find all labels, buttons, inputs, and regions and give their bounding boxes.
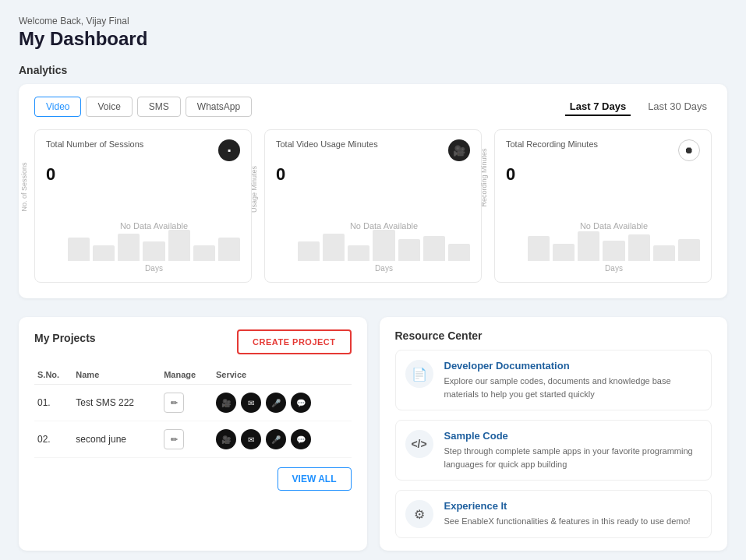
bar bbox=[528, 236, 550, 261]
edit-button-row1[interactable]: ✏ bbox=[164, 393, 184, 413]
chart-usage-nodata: No Data Available bbox=[350, 221, 418, 231]
row1-name: Test SMS 222 bbox=[72, 385, 161, 421]
page-title: My Dashboard bbox=[19, 28, 727, 50]
chart-sessions-y: No. of Sessions bbox=[20, 162, 28, 211]
bar bbox=[143, 241, 164, 261]
chart-usage-x: Days bbox=[298, 264, 470, 273]
resource-cards: 📄 Developer Documentation Explore our sa… bbox=[395, 350, 712, 538]
bar bbox=[298, 241, 320, 261]
chart-usage-header: Total Video Usage Minutes 🎥 bbox=[276, 139, 470, 161]
view-all-row: VIEW ALL bbox=[34, 467, 352, 491]
service-icons-row1: 🎥 ✉ 🎤 💬 bbox=[216, 393, 348, 413]
chart-recording-wrapper: Recording Minutes No Data Available bbox=[506, 191, 700, 273]
time-filters: Last 7 Days Last 30 Days bbox=[565, 98, 712, 116]
bar bbox=[653, 245, 675, 261]
bar bbox=[373, 230, 394, 261]
bar bbox=[68, 238, 90, 261]
chart-usage: Total Video Usage Minutes 🎥 0 Usage Minu… bbox=[264, 129, 482, 283]
bar bbox=[678, 239, 700, 261]
filter-30days[interactable]: Last 30 Days bbox=[643, 98, 712, 116]
tabs-left: Video Voice SMS WhatsApp bbox=[34, 97, 252, 117]
chart-sessions-nodata: No Data Available bbox=[120, 221, 188, 231]
sample-title: Sample Code bbox=[444, 430, 702, 442]
tab-voice[interactable]: Voice bbox=[86, 97, 132, 117]
tab-whatsapp[interactable]: WhatsApp bbox=[186, 97, 252, 117]
edit-button-row2[interactable]: ✏ bbox=[164, 429, 184, 449]
row1-service: 🎥 ✉ 🎤 💬 bbox=[213, 385, 351, 421]
chart-sessions-icon: ▪ bbox=[218, 139, 240, 161]
chart-recording-icon: ⏺ bbox=[678, 139, 700, 161]
tab-sms[interactable]: SMS bbox=[137, 97, 181, 117]
chart-recording-value: 0 bbox=[506, 164, 700, 185]
chart-usage-area: No Data Available bbox=[298, 191, 470, 261]
resource-text-experience: Experience It See EnableX functionalitie… bbox=[444, 500, 691, 528]
bar bbox=[448, 244, 470, 261]
experience-title: Experience It bbox=[444, 500, 691, 512]
projects-title: My Projects bbox=[34, 332, 96, 344]
row2-manage: ✏ bbox=[161, 421, 213, 458]
bar bbox=[93, 245, 115, 261]
charts-row: Total Number of Sessions ▪ 0 No. of Sess… bbox=[34, 129, 712, 283]
chart-usage-value: 0 bbox=[276, 164, 470, 185]
filter-7days[interactable]: Last 7 Days bbox=[565, 98, 631, 116]
whatsapp-icon-row2[interactable]: 💬 bbox=[291, 429, 311, 449]
bar bbox=[193, 245, 215, 261]
bar bbox=[323, 234, 345, 261]
chart-usage-wrapper: Usage Minutes No Data Available bbox=[276, 191, 470, 273]
resource-card-experience[interactable]: ⚙ Experience It See EnableX functionalit… bbox=[395, 490, 712, 538]
row2-service: 🎥 ✉ 🎤 💬 bbox=[213, 421, 351, 458]
resource-panel: Resource Center 📄 Developer Documentatio… bbox=[380, 317, 728, 551]
col-sno: S.No. bbox=[34, 365, 72, 385]
bar bbox=[423, 236, 445, 261]
page-wrapper: Welcome Back, Vijay Final My Dashboard A… bbox=[0, 0, 746, 560]
tabs-row: Video Voice SMS WhatsApp Last 7 Days Las… bbox=[34, 97, 712, 117]
bar bbox=[603, 241, 624, 261]
table-row: 02. second june ✏ 🎥 ✉ 🎤 💬 bbox=[34, 421, 352, 458]
row2-name: second june bbox=[72, 421, 161, 458]
sample-code-icon: </> bbox=[405, 430, 433, 458]
audio-icon-row1[interactable]: 🎤 bbox=[266, 393, 286, 413]
table-header-row: S.No. Name Manage Service bbox=[34, 365, 352, 385]
table-row: 01. Test SMS 222 ✏ 🎥 ✉ 🎤 💬 bbox=[34, 385, 352, 421]
chart-recording-x: Days bbox=[528, 264, 700, 273]
chart-sessions-x: Days bbox=[68, 264, 240, 273]
chart-sessions-wrapper: No. of Sessions No Data Available bbox=[46, 191, 240, 273]
tab-video[interactable]: Video bbox=[34, 97, 81, 117]
bottom-row: My Projects CREATE PROJECT S.No. Name Ma… bbox=[19, 317, 727, 551]
view-all-button[interactable]: VIEW ALL bbox=[278, 467, 352, 491]
whatsapp-icon-row1[interactable]: 💬 bbox=[291, 393, 311, 413]
chart-sessions-area: No Data Available bbox=[68, 191, 240, 261]
chart-usage-icon: 🎥 bbox=[448, 139, 470, 161]
create-project-button[interactable]: CREATE PROJECT bbox=[237, 329, 351, 354]
projects-header: My Projects CREATE PROJECT bbox=[34, 329, 352, 354]
chart-recording-label: Total Recording Minutes bbox=[506, 139, 598, 149]
sms-icon-row2[interactable]: ✉ bbox=[241, 429, 261, 449]
experience-icon: ⚙ bbox=[405, 500, 433, 528]
resource-card-sample[interactable]: </> Sample Code Step through complete sa… bbox=[395, 420, 712, 481]
docs-title: Developer Documentation bbox=[444, 360, 702, 372]
chart-recording-header: Total Recording Minutes ⏺ bbox=[506, 139, 700, 161]
bar bbox=[168, 230, 190, 261]
projects-table: S.No. Name Manage Service 01. Test SMS 2… bbox=[34, 365, 352, 458]
chart-recording-nodata: No Data Available bbox=[580, 221, 648, 231]
chart-recording-area: No Data Available bbox=[528, 191, 700, 261]
sms-icon-row1[interactable]: ✉ bbox=[241, 393, 261, 413]
video-icon-row2[interactable]: 🎥 bbox=[216, 429, 236, 449]
row1-sno: 01. bbox=[34, 385, 72, 421]
bar bbox=[118, 234, 140, 261]
chart-sessions: Total Number of Sessions ▪ 0 No. of Sess… bbox=[34, 129, 252, 283]
bar bbox=[628, 234, 650, 261]
audio-icon-row2[interactable]: 🎤 bbox=[266, 429, 286, 449]
chart-usage-label: Total Video Usage Minutes bbox=[276, 139, 378, 149]
row1-manage: ✏ bbox=[161, 385, 213, 421]
bar bbox=[398, 239, 420, 261]
col-manage: Manage bbox=[161, 365, 213, 385]
chart-sessions-header: Total Number of Sessions ▪ bbox=[46, 139, 240, 161]
resource-card-docs[interactable]: 📄 Developer Documentation Explore our sa… bbox=[395, 350, 712, 410]
docs-icon: 📄 bbox=[405, 360, 433, 388]
col-name: Name bbox=[72, 365, 161, 385]
chart-sessions-value: 0 bbox=[46, 164, 240, 185]
bar bbox=[553, 244, 575, 261]
resource-title: Resource Center bbox=[395, 329, 712, 342]
video-icon-row1[interactable]: 🎥 bbox=[216, 393, 236, 413]
